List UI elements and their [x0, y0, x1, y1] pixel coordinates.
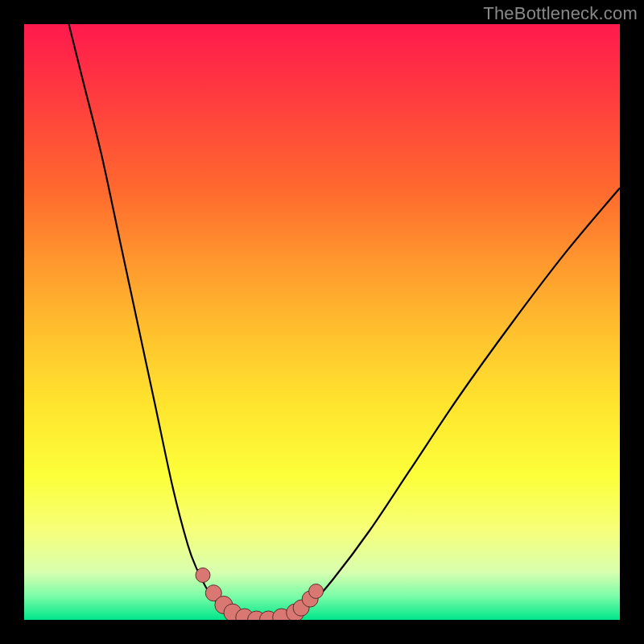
data-marker	[196, 568, 210, 583]
data-marker	[309, 584, 324, 598]
bottleneck-chart	[24, 24, 620, 620]
curve-right-branch	[292, 188, 620, 616]
marker-group	[196, 568, 324, 621]
watermark-text: TheBottleneck.com	[483, 3, 638, 24]
outer-frame: TheBottleneck.com	[0, 0, 644, 644]
curve-left-branch	[69, 24, 233, 615]
